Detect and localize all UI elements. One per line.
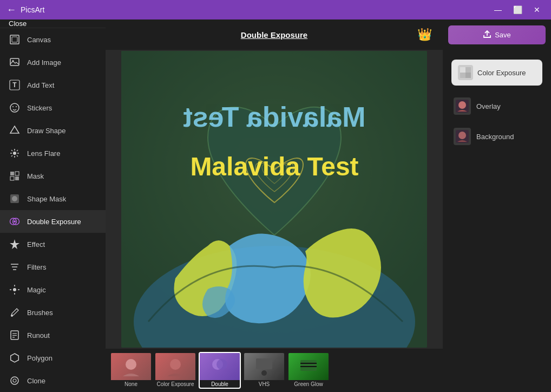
svg-line-18 — [11, 155, 12, 156]
sidebar-item-effect[interactable]: Effect — [0, 233, 106, 256]
filter-color-exposure[interactable]: Color Exposure — [154, 352, 196, 389]
background-option[interactable]: Background — [447, 122, 547, 151]
canvas-topbar: Double Exposure 👑 — [106, 19, 443, 50]
sidebar-item-double-exposure[interactable]: Double Exposure — [0, 210, 106, 233]
sidebar-item-clone[interactable]: Clone — [0, 369, 106, 392]
sidebar-item-brushes[interactable]: Brushes — [0, 301, 106, 324]
maximize-button[interactable]: ⬜ — [510, 2, 525, 17]
effect-label: Effect — [27, 240, 45, 249]
right-panel-options: Color Exposure Overlay — [443, 50, 551, 156]
save-button[interactable]: Save — [448, 25, 546, 44]
color-exposure-option[interactable]: Color Exposure — [451, 60, 542, 86]
sidebar-header: Close — [0, 19, 106, 28]
stickers-icon — [9, 102, 21, 114]
sidebar-item-lens-flare[interactable]: Lens Flare — [0, 142, 106, 165]
overlay-label: Overlay — [476, 102, 501, 110]
minimize-button[interactable]: — — [490, 2, 506, 17]
filters-icon — [9, 261, 21, 273]
svg-rect-1 — [12, 37, 17, 42]
svg-point-44 — [13, 379, 16, 382]
sidebar-item-filters[interactable]: Filters — [0, 256, 106, 278]
sidebar-item-canvas[interactable]: Canvas — [0, 28, 106, 51]
runout-icon — [9, 329, 21, 341]
filter-strip: None Color Exposure Double Exposure VHS — [106, 349, 443, 392]
sidebar-item-magic[interactable]: Magic — [0, 278, 106, 301]
canvas-title: Double Exposure — [241, 30, 307, 40]
back-button[interactable]: ← — [6, 5, 16, 15]
svg-text:Malavida Test: Malavida Test — [190, 152, 358, 181]
canvas-image: Malavida Test Malavida Test — [121, 51, 427, 348]
filter-color-exposure-label: Color Exposure — [155, 381, 195, 387]
svg-text:T: T — [12, 81, 17, 89]
sidebar-item-shape-mask[interactable]: Shape Mask — [0, 187, 106, 210]
overlay-icon — [454, 97, 471, 115]
stickers-label: Stickers — [27, 104, 52, 112]
effect-icon — [9, 238, 21, 250]
svg-rect-19 — [10, 172, 14, 175]
svg-rect-60 — [460, 67, 465, 73]
canvas-icon — [9, 34, 21, 45]
double-exposure-label: Double Exposure — [27, 218, 81, 226]
svg-point-6 — [10, 103, 19, 112]
filter-none-label: None — [111, 381, 151, 387]
sidebar-item-runout[interactable]: Runout — [0, 324, 106, 347]
add-text-icon: T — [9, 79, 21, 91]
sidebar-close-button[interactable]: Close — [9, 19, 27, 28]
window-controls: — ⬜ ✕ — [490, 2, 545, 17]
svg-rect-2 — [10, 58, 19, 66]
add-image-label: Add Image — [27, 58, 61, 67]
svg-line-16 — [17, 155, 18, 156]
sidebar-item-mask[interactable]: Mask — [0, 165, 106, 187]
sidebar: Close Canvas Add Image T Add Text Sticke… — [0, 19, 106, 392]
overlay-option[interactable]: Overlay — [447, 92, 547, 120]
main-layout: Close Canvas Add Image T Add Text Sticke… — [0, 19, 551, 392]
filter-double-exposure[interactable]: Double Exposure — [199, 352, 241, 389]
add-text-label: Add Text — [27, 81, 54, 89]
sidebar-item-draw-shape[interactable]: Draw Shape — [0, 119, 106, 142]
save-label: Save — [495, 31, 511, 39]
add-image-icon — [9, 56, 21, 68]
svg-point-55 — [261, 370, 267, 376]
sidebar-item-polygon[interactable]: Polygon — [0, 347, 106, 369]
svg-point-10 — [13, 152, 16, 155]
svg-point-37 — [11, 315, 13, 317]
canvas-image-wrapper[interactable]: Malavida Test Malavida Test — [106, 50, 443, 349]
filter-none[interactable]: None — [110, 352, 152, 389]
svg-rect-21 — [10, 177, 14, 180]
svg-point-7 — [12, 106, 14, 107]
background-label: Background — [476, 133, 514, 141]
sidebar-item-add-text[interactable]: T Add Text — [0, 74, 106, 96]
svg-rect-0 — [10, 35, 19, 44]
app-title: PicsArt — [21, 5, 44, 14]
title-bar: ← PicsArt — ⬜ ✕ — [0, 0, 551, 19]
right-panel-topbar: Save — [443, 19, 551, 50]
filters-label: Filters — [27, 263, 46, 271]
close-window-button[interactable]: ✕ — [529, 2, 545, 17]
magic-icon — [9, 284, 21, 296]
shape-mask-icon — [9, 193, 21, 205]
filter-vhs[interactable]: VHS — [243, 352, 285, 389]
color-exposure-label: Color Exposure — [477, 69, 526, 77]
right-panel: Save Color Exposure Overlay — [443, 19, 551, 392]
shape-mask-label: Shape Mask — [27, 195, 66, 203]
svg-rect-22 — [15, 177, 19, 180]
filter-green-glow[interactable]: Green Glow — [287, 352, 330, 389]
lens-flare-label: Lens Flare — [27, 149, 60, 158]
sidebar-item-stickers[interactable]: Stickers — [0, 96, 106, 119]
svg-marker-28 — [10, 239, 19, 249]
runout-label: Runout — [27, 331, 50, 339]
svg-text:Malavida Test: Malavida Test — [183, 101, 365, 133]
sidebar-item-add-image[interactable]: Add Image — [0, 51, 106, 74]
lens-flare-icon — [9, 147, 21, 159]
svg-point-8 — [16, 106, 17, 107]
brushes-label: Brushes — [27, 309, 53, 317]
crown-icon: 👑 — [417, 28, 432, 42]
svg-point-24 — [12, 196, 17, 201]
title-bar-left: ← PicsArt — [6, 5, 44, 15]
canvas-label: Canvas — [27, 36, 51, 44]
svg-point-53 — [217, 359, 227, 370]
filter-vhs-label: VHS — [244, 381, 284, 387]
svg-marker-42 — [11, 354, 19, 362]
svg-point-27 — [14, 220, 16, 223]
share-icon — [483, 30, 491, 40]
